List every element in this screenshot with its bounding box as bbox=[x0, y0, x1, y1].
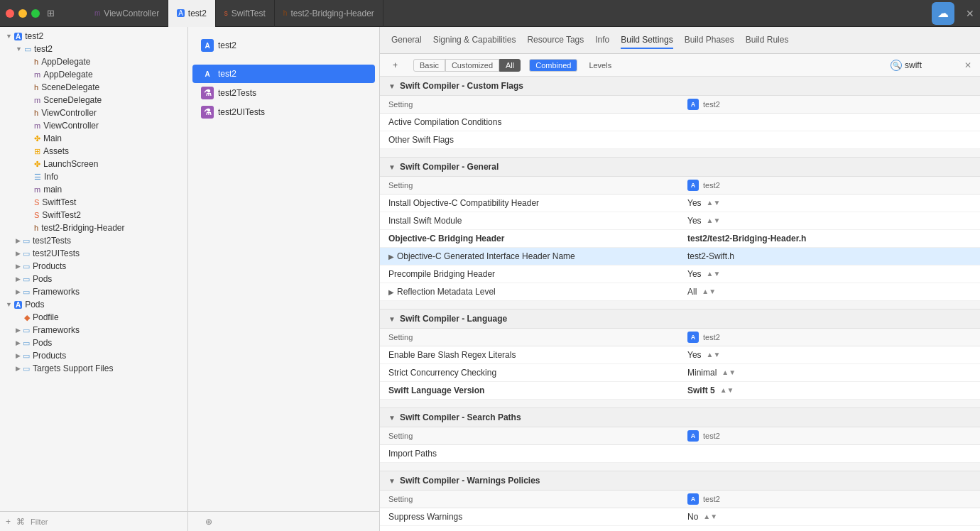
stepper-precompile[interactable]: ▲▼ bbox=[707, 270, 721, 278]
sidebar-item-test2-root[interactable]: ▼Atest2 bbox=[0, 30, 187, 43]
tab-viewcontroller[interactable]: m ViewController bbox=[86, 0, 168, 27]
targets-section-header bbox=[188, 55, 379, 64]
tab-test2[interactable]: A test2 bbox=[168, 0, 216, 27]
nav-item-test2-project[interactable]: A test2 bbox=[192, 36, 375, 55]
close-window-button[interactable] bbox=[6, 9, 14, 18]
setting-install-swift-module: Install Swift Module bbox=[388, 216, 687, 226]
sidebar-item-Pods[interactable]: ▶▭Pods bbox=[0, 273, 187, 285]
back-nav-button[interactable] bbox=[66, 12, 72, 15]
tab-signing[interactable]: Signing & Capabilities bbox=[433, 32, 516, 49]
tab-bridging-header[interactable]: h test2-Bridging-Header bbox=[275, 0, 383, 27]
section-warnings[interactable]: ▼ Swift Compiler - Warnings Policies bbox=[380, 471, 980, 491]
sidebar-item-SwiftTest2[interactable]: SSwiftTest2 bbox=[0, 209, 187, 221]
nav-item-test2tests-target[interactable]: ⚗ test2Tests bbox=[192, 84, 375, 102]
expand-arrow-reflection[interactable]: ▶ bbox=[388, 288, 394, 296]
sidebar-item-test2-Bridging-Header[interactable]: htest2-Bridging-Header bbox=[0, 221, 187, 234]
forward-nav-button[interactable] bbox=[75, 12, 80, 15]
sidebar-item-AppDelegate-m[interactable]: mAppDelegate bbox=[0, 68, 187, 81]
row-strict-concurrency[interactable]: Strict Concurrency Checking Minimal ▲▼ bbox=[380, 364, 980, 382]
nav-item-label-test2-project: test2 bbox=[218, 40, 236, 50]
tab-icon-test2: A bbox=[177, 9, 185, 17]
row-import-paths[interactable]: Import Paths bbox=[380, 445, 980, 463]
sidebar-item-SceneDelegate-m[interactable]: mSceneDelegate bbox=[0, 94, 187, 106]
sidebar-item-Products-pods[interactable]: ▶▭Products bbox=[0, 349, 187, 362]
sidebar-item-test2UITests[interactable]: ▶▭test2UITests bbox=[0, 247, 187, 260]
cloud-upload-button[interactable]: ☁ bbox=[932, 2, 954, 25]
sidebar-item-Targets-support[interactable]: ▶▭Targets Support Files bbox=[0, 362, 187, 375]
tab-info[interactable]: Info bbox=[595, 32, 609, 49]
section-custom-flags[interactable]: ▼ Swift Compiler - Custom Flags bbox=[380, 77, 980, 96]
row-suppress-warnings[interactable]: Suppress Warnings No ▲▼ bbox=[380, 508, 980, 526]
sidebar-item-LaunchScreen[interactable]: ✤LaunchScreen bbox=[0, 158, 187, 170]
levels-button[interactable]: Levels bbox=[583, 60, 617, 71]
sidebar-item-ViewController-h[interactable]: hViewController bbox=[0, 106, 187, 119]
sidebar-item-SwiftTest[interactable]: SSwiftTest bbox=[0, 196, 187, 209]
tab-build-phases[interactable]: Build Phases bbox=[685, 32, 734, 49]
tab-resource-tags[interactable]: Resource Tags bbox=[527, 32, 584, 49]
nav-filter-icon[interactable]: ⊕ bbox=[205, 517, 212, 527]
stepper-swift-module[interactable]: ▲▼ bbox=[707, 217, 721, 224]
sidebar-item-Podfile[interactable]: ◆Podfile bbox=[0, 311, 187, 324]
row-install-objc-compat[interactable]: Install Objective-C Compatibility Header… bbox=[380, 195, 980, 212]
combined-button[interactable]: Combined bbox=[529, 59, 577, 72]
stepper-objc-compat[interactable]: ▲▼ bbox=[707, 199, 721, 207]
maximize-window-button[interactable] bbox=[31, 9, 40, 18]
row-objc-bridging-header[interactable]: Objective-C Bridging Header test2/test2-… bbox=[380, 230, 980, 248]
stepper-bare-slash[interactable]: ▲▼ bbox=[707, 351, 721, 358]
section-compiler-language[interactable]: ▼ Swift Compiler - Language bbox=[380, 310, 980, 329]
section-search-paths[interactable]: ▼ Swift Compiler - Search Paths bbox=[380, 408, 980, 427]
close-panel-button[interactable]: ✕ bbox=[966, 8, 974, 19]
sidebar-item-ViewController-m[interactable]: mViewController bbox=[0, 119, 187, 132]
nav-item-label-test2tests: test2Tests bbox=[218, 88, 256, 98]
filter-basic-button[interactable]: Basic bbox=[413, 59, 445, 72]
row-install-swift-module[interactable]: Install Swift Module Yes ▲▼ bbox=[380, 212, 980, 230]
row-objc-generated-interface[interactable]: ▶Objective-C Generated Interface Header … bbox=[380, 248, 980, 266]
sidebar-item-test2Tests[interactable]: ▶▭test2Tests bbox=[0, 234, 187, 247]
stepper-swift-version[interactable]: ▲▼ bbox=[720, 387, 734, 394]
search-input[interactable] bbox=[905, 60, 962, 70]
sidebar-item-Info[interactable]: ☰Info bbox=[0, 170, 187, 183]
row-precompile-bridging[interactable]: Precompile Bridging Header Yes ▲▼ bbox=[380, 266, 980, 283]
sidebar-item-Products[interactable]: ▶▭Products bbox=[0, 260, 187, 273]
sidebar-item-Frameworks-pods[interactable]: ▶▭Frameworks bbox=[0, 324, 187, 336]
section-compiler-general[interactable]: ▼ Swift Compiler - General bbox=[380, 158, 980, 177]
nav-item-test2-target[interactable]: A test2 bbox=[192, 65, 375, 83]
stepper-concurrency[interactable]: ▲▼ bbox=[722, 369, 736, 376]
file-icon-test2-root: A bbox=[14, 33, 22, 40]
row-swift-language-version[interactable]: Swift Language Version Swift 5 ▲▼ bbox=[380, 382, 980, 400]
tab-swifttest[interactable]: s SwiftTest bbox=[216, 0, 275, 27]
row-bare-slash-regex[interactable]: Enable Bare Slash Regex Literals Yes ▲▼ bbox=[380, 346, 980, 364]
minimize-window-button[interactable] bbox=[18, 9, 27, 18]
stepper-suppress[interactable]: ▲▼ bbox=[703, 513, 717, 520]
sidebar-label-ViewController-h: ViewController bbox=[41, 108, 97, 118]
sidebar-item-Main[interactable]: ✤Main bbox=[0, 132, 187, 145]
sidebar-item-AppDelegate-h[interactable]: hAppDelegate bbox=[0, 55, 187, 68]
file-icon-Pods-group: ▭ bbox=[23, 339, 30, 348]
setting-install-objc-compat: Install Objective-C Compatibility Header bbox=[388, 198, 687, 208]
tab-build-rules[interactable]: Build Rules bbox=[746, 32, 789, 49]
sidebar-item-Frameworks[interactable]: ▶▭Frameworks bbox=[0, 285, 187, 298]
sidebar-item-Assets[interactable]: ⊞Assets bbox=[0, 145, 187, 158]
tab-build-settings[interactable]: Build Settings bbox=[621, 32, 673, 49]
row-active-compilation[interactable]: Active Compilation Conditions bbox=[380, 114, 980, 131]
nav-item-test2uitests-target[interactable]: ⚗ test2UITests bbox=[192, 103, 375, 121]
filter-all-button[interactable]: All bbox=[499, 59, 521, 72]
sidebar-item-Pods-group[interactable]: ▶▭Pods bbox=[0, 336, 187, 349]
add-file-icon[interactable]: + bbox=[6, 517, 11, 527]
row-treat-warnings-errors[interactable]: Treat Warnings as Errors No ▲▼ bbox=[380, 526, 980, 531]
sidebar-item-main[interactable]: mmain bbox=[0, 183, 187, 196]
sidebar-item-SceneDelegate-h[interactable]: hSceneDelegate bbox=[0, 81, 187, 94]
section-chevron-search: ▼ bbox=[388, 414, 396, 422]
stepper-reflection[interactable]: ▲▼ bbox=[702, 288, 716, 295]
tab-general[interactable]: General bbox=[391, 32, 422, 49]
row-reflection-metadata[interactable]: ▶Reflection Metadata Level All ▲▼ bbox=[380, 283, 980, 301]
add-setting-button[interactable]: + bbox=[388, 59, 402, 72]
sidebar-item-test2-group[interactable]: ▼▭test2 bbox=[0, 43, 187, 55]
sidebar-item-Pods-root[interactable]: ▼APods bbox=[0, 298, 187, 311]
search-clear-button[interactable]: ✕ bbox=[964, 60, 971, 70]
filter-customized-button[interactable]: Customized bbox=[445, 59, 499, 72]
expand-arrow-generated[interactable]: ▶ bbox=[388, 253, 394, 261]
filter-icon[interactable]: ⌘ bbox=[16, 517, 25, 527]
row-other-swift-flags[interactable]: Other Swift Flags bbox=[380, 131, 980, 149]
chevron-Products: ▶ bbox=[16, 263, 21, 270]
